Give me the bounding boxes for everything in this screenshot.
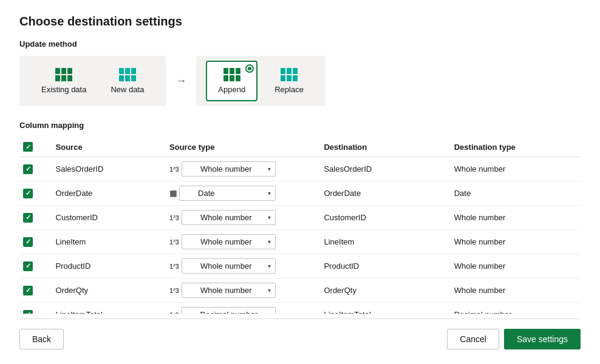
method-replace[interactable]: Replace xyxy=(262,61,316,101)
row-5-source-type-cell: 1²3Whole numberDecimal numberDateText▾ xyxy=(166,278,320,303)
row-6-checkbox-cell xyxy=(19,303,52,314)
row-0-checkbox-cell xyxy=(19,157,52,181)
row-3-destination-type: Whole number xyxy=(451,230,581,254)
existing-label: Existing data xyxy=(41,85,86,94)
row-3-source-type-wrapper: 1²3Whole numberDecimal numberDateText▾ xyxy=(169,234,276,249)
row-0-source: SalesOrderID xyxy=(52,157,166,181)
update-method-label: Update method xyxy=(19,39,581,49)
row-2-destination-type-value: Whole number xyxy=(454,213,506,222)
existing-new-group: Existing data New data xyxy=(19,56,166,106)
row-0-type-icon: 1²3 xyxy=(169,166,179,173)
row-5-destination: OrderQty xyxy=(320,278,450,303)
row-4-destination: ProductID xyxy=(320,254,450,278)
row-3-checkbox[interactable] xyxy=(23,237,33,247)
row-5-destination-type: Whole number xyxy=(451,278,581,303)
method-existing[interactable]: Existing data xyxy=(29,61,98,101)
row-6-destination-type-value: Decimal number xyxy=(454,310,512,314)
mapping-table: Source Source type Destination Destinati… xyxy=(19,137,581,314)
column-mapping-label: Column mapping xyxy=(19,121,581,130)
row-6-destination: LineItemTotal xyxy=(320,303,450,314)
header-source-type: Source type xyxy=(166,137,320,157)
table-row: OrderQty1²3Whole numberDecimal numberDat… xyxy=(19,278,581,303)
row-5-type-icon: 1²3 xyxy=(169,287,179,294)
row-2-type-icon: 1²3 xyxy=(169,214,179,221)
row-3-destination: LineItem xyxy=(320,230,450,254)
row-0-source-type-wrapper: 1²3Whole numberDecimal numberDateText▾ xyxy=(169,161,276,177)
page-container: Choose destination settings Update metho… xyxy=(0,0,600,364)
row-2-source-type-select[interactable]: Whole numberDecimal numberDateText xyxy=(182,210,276,225)
table-row: SalesOrderID1²3Whole numberDecimal numbe… xyxy=(19,157,581,181)
table-row: ProductID1²3Whole numberDecimal numberDa… xyxy=(19,254,581,278)
table-row: OrderDate▦Whole numberDecimal numberDate… xyxy=(19,181,581,206)
row-3-source: LineItem xyxy=(52,230,166,254)
row-5-destination-type-value: Whole number xyxy=(454,286,506,295)
table-header-row: Source Source type Destination Destinati… xyxy=(19,137,581,157)
row-4-checkbox[interactable] xyxy=(23,261,33,271)
save-button[interactable]: Save settings xyxy=(504,329,581,349)
row-1-checkbox-cell xyxy=(19,181,52,206)
row-1-destination-type-value: Date xyxy=(454,189,471,198)
header-checkbox-col xyxy=(19,137,52,157)
table-row: LineItemTotal1.2Whole numberDecimal numb… xyxy=(19,303,581,314)
append-icon xyxy=(223,68,240,81)
row-4-source-type-wrapper: 1²3Whole numberDecimal numberDateText▾ xyxy=(169,258,276,274)
row-0-source-type-select[interactable]: Whole numberDecimal numberDateText xyxy=(182,161,276,177)
replace-icon xyxy=(281,68,298,81)
method-append[interactable]: Append xyxy=(206,61,257,101)
row-4-destination-type: Whole number xyxy=(451,254,581,278)
row-0-destination-type: Whole number xyxy=(451,157,581,181)
row-3-checkbox-cell xyxy=(19,230,52,254)
row-2-destination: CustomerID xyxy=(320,206,450,230)
back-button[interactable]: Back xyxy=(19,329,64,349)
footer: Back Cancel Save settings xyxy=(19,318,581,349)
method-new[interactable]: New data xyxy=(98,61,156,101)
new-icon xyxy=(119,68,136,81)
row-3-source-type-cell: 1²3Whole numberDecimal numberDateText▾ xyxy=(166,230,320,254)
row-6-source-type-select[interactable]: Whole numberDecimal numberDateText xyxy=(181,307,276,314)
row-5-checkbox[interactable] xyxy=(23,286,33,295)
row-2-checkbox[interactable] xyxy=(23,213,33,223)
update-method-section: Existing data New data → Append xyxy=(19,56,581,106)
row-1-source-type-wrapper: ▦Whole numberDecimal numberDateText▾ xyxy=(169,186,276,201)
header-destination: Destination xyxy=(320,137,450,157)
row-5-source-type-select[interactable]: Whole numberDecimal numberDateText xyxy=(182,283,276,298)
table-row: LineItem1²3Whole numberDecimal numberDat… xyxy=(19,230,581,254)
row-0-destination: SalesOrderID xyxy=(320,157,450,181)
row-6-type-icon: 1.2 xyxy=(169,311,179,314)
row-2-source-type-cell: 1²3Whole numberDecimal numberDateText▾ xyxy=(166,206,320,230)
row-1-destination: OrderDate xyxy=(320,181,450,206)
replace-label: Replace xyxy=(274,85,304,94)
footer-right-buttons: Cancel Save settings xyxy=(447,329,581,349)
row-1-checkbox[interactable] xyxy=(23,189,33,198)
row-6-source-type-wrapper: 1.2Whole numberDecimal numberDateText▾ xyxy=(169,307,276,314)
row-4-source-type-select[interactable]: Whole numberDecimal numberDateText xyxy=(182,258,276,274)
row-0-destination-type-value: Whole number xyxy=(454,164,506,174)
cancel-button[interactable]: Cancel xyxy=(447,329,499,349)
row-5-source-type-wrapper: 1²3Whole numberDecimal numberDateText▾ xyxy=(169,283,276,298)
row-3-source-type-select[interactable]: Whole numberDecimal numberDateText xyxy=(182,234,276,249)
row-1-type-icon: ▦ xyxy=(169,189,177,198)
output-method-group: Append Replace xyxy=(196,56,326,106)
row-0-source-type-cell: 1²3Whole numberDecimal numberDateText▾ xyxy=(166,157,320,181)
table-row: CustomerID1²3Whole numberDecimal numberD… xyxy=(19,206,581,230)
row-1-source-type-select[interactable]: Whole numberDecimal numberDateText xyxy=(179,186,276,201)
row-4-source-type-cell: 1²3Whole numberDecimal numberDateText▾ xyxy=(166,254,320,278)
append-label: Append xyxy=(218,85,245,94)
row-2-checkbox-cell xyxy=(19,206,52,230)
column-mapping-section: Source Source type Destination Destinati… xyxy=(19,137,581,314)
existing-icon xyxy=(55,68,72,81)
row-4-source: ProductID xyxy=(52,254,166,278)
row-1-source: OrderDate xyxy=(52,181,166,206)
row-6-checkbox[interactable] xyxy=(23,310,33,314)
new-label: New data xyxy=(111,85,144,94)
row-1-source-type-cell: ▦Whole numberDecimal numberDateText▾ xyxy=(166,181,320,206)
row-1-destination-type: Date xyxy=(451,181,581,206)
append-radio xyxy=(245,64,254,73)
row-2-source-type-wrapper: 1²3Whole numberDecimal numberDateText▾ xyxy=(169,210,276,225)
row-0-checkbox[interactable] xyxy=(23,164,33,174)
row-6-source: LineItemTotal xyxy=(52,303,166,314)
header-source: Source xyxy=(52,137,166,157)
row-4-type-icon: 1²3 xyxy=(169,263,179,270)
select-all-checkbox[interactable] xyxy=(23,142,33,152)
row-4-checkbox-cell xyxy=(19,254,52,278)
